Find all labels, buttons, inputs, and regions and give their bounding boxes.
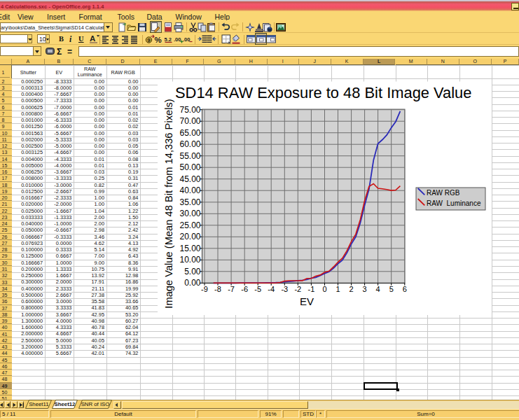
svg-text:RAW Luminance: RAW Luminance [427,200,481,207]
svg-text:-9: -9 [201,285,208,293]
svg-text:-7: -7 [228,285,235,293]
svg-text:%: % [155,35,162,43]
svg-text:55.00: 55.00 [179,151,200,161]
svg-text:-4: -4 [268,285,275,293]
svg-text:2: 2 [350,285,354,293]
svg-text:20.00: 20.00 [179,232,200,241]
svg-text:-5: -5 [254,285,261,293]
svg-text:6: 6 [403,285,407,293]
svg-text:4: 4 [376,285,380,293]
svg-text:40.00: 40.00 [179,186,200,195]
svg-text:5.00: 5.00 [184,267,201,276]
svg-text:60.00: 60.00 [179,139,200,149]
svg-text:-1: -1 [308,285,315,293]
svg-text:9: 9 [147,37,151,43]
svg-text:75.00: 75.00 [179,105,200,115]
svg-text:30.00: 30.00 [179,209,200,218]
svg-text:5: 5 [389,285,394,293]
svg-text:-8: -8 [214,285,221,293]
svg-text:EV: EV [300,295,314,307]
svg-text:65.00: 65.00 [179,128,200,138]
svg-text:.00: .00 [174,36,181,42]
svg-text:10.00: 10.00 [179,255,200,265]
svg-text:-6: -6 [241,285,248,293]
svg-text:25.00: 25.00 [179,220,200,230]
svg-text:.00: .00 [183,36,190,42]
svg-text:70.00: 70.00 [179,116,200,126]
svg-text:1: 1 [335,285,340,293]
svg-text:Image Value (Mean 48 Bit from: Image Value (Mean 48 Bit from 14,336 Pix… [163,99,174,308]
svg-text:3: 3 [363,285,367,293]
svg-text:45.00: 45.00 [179,174,200,184]
svg-text:0.00: 0.00 [184,278,201,288]
svg-text:SD14 RAW Exposure to 48 Bit Im: SD14 RAW Exposure to 48 Bit Image Value [175,84,471,102]
svg-text:50.00: 50.00 [179,162,200,172]
svg-text:15.00: 15.00 [179,244,200,253]
svg-text:35.00: 35.00 [179,197,200,207]
svg-text:5.2: 5.2 [165,36,172,42]
svg-text:0: 0 [322,285,326,293]
svg-text:-2: -2 [294,285,301,293]
svg-text:-3: -3 [281,285,288,293]
svg-text:RAW RGB: RAW RGB [427,189,460,197]
